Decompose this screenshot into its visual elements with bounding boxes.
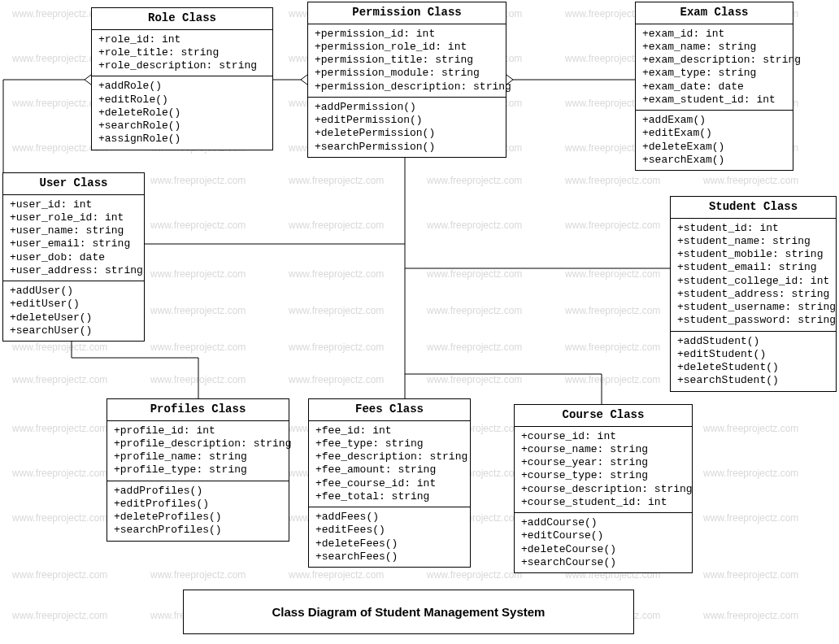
class-member: +user_id: int <box>10 198 137 211</box>
class-member: +deletePermission() <box>315 127 499 140</box>
class-member: +role_id: int <box>98 33 266 46</box>
methods-section: +addPermission()+editPermission()+delete… <box>308 98 506 157</box>
class-member: +deleteProfiles() <box>114 511 282 524</box>
class-header: Student Class <box>671 197 836 219</box>
class-member: +addRole() <box>98 80 266 93</box>
class-member: +user_address: string <box>10 264 137 277</box>
class-member: +fee_description: string <box>315 450 463 463</box>
methods-section: +addFees()+editFees()+deleteFees()+searc… <box>309 507 470 567</box>
attrs-section: +role_id: int+role_title: string+role_de… <box>92 30 272 77</box>
class-member: +editFees() <box>315 524 463 537</box>
class-member: +permission_id: int <box>315 28 499 41</box>
class-member: +exam_student_id: int <box>642 94 786 107</box>
class-member: +student_college_id: int <box>677 275 829 288</box>
methods-section: +addExam()+editExam()+deleteExam()+searc… <box>636 111 793 170</box>
class-member: +role_description: string <box>98 59 266 72</box>
class-member: +addFees() <box>315 511 463 524</box>
class-member: +searchProfiles() <box>114 524 282 537</box>
class-box-fees: Fees Class +fee_id: int+fee_type: string… <box>308 398 471 568</box>
class-member: +addPermission() <box>315 101 499 114</box>
class-member: +searchExam() <box>642 154 786 167</box>
class-box-profiles: Profiles Class +profile_id: int+profile_… <box>107 398 289 542</box>
class-member: +user_name: string <box>10 224 137 237</box>
class-member: +course_name: string <box>521 443 685 456</box>
class-member: +course_description: string <box>521 483 685 496</box>
attrs-section: +exam_id: int+exam_name: string+exam_des… <box>636 24 793 111</box>
class-member: +exam_description: string <box>642 54 786 67</box>
class-member: +editPermission() <box>315 114 499 127</box>
class-box-student: Student Class +student_id: int+student_n… <box>670 196 837 392</box>
class-member: +student_username: string <box>677 301 829 314</box>
class-member: +role_title: string <box>98 46 266 59</box>
class-member: +exam_date: date <box>642 80 786 94</box>
class-member: +fee_id: int <box>315 424 463 437</box>
class-member: +addStudent() <box>677 335 829 348</box>
class-member: +searchFees() <box>315 550 463 564</box>
attrs-section: +profile_id: int+profile_description: st… <box>107 421 289 481</box>
class-box-permission: Permission Class +permission_id: int+per… <box>307 2 506 158</box>
class-member: +permission_module: string <box>315 67 499 80</box>
methods-section: +addUser()+editUser()+deleteUser()+searc… <box>3 281 144 341</box>
class-member: +searchStudent() <box>677 374 829 387</box>
class-member: +deleteCourse() <box>521 543 685 556</box>
class-member: +student_email: string <box>677 261 829 274</box>
class-header: Role Class <box>92 8 272 30</box>
class-member: +editCourse() <box>521 529 685 542</box>
class-member: +profile_name: string <box>114 450 282 463</box>
class-member: +fee_type: string <box>315 437 463 450</box>
class-header: Fees Class <box>309 399 470 421</box>
class-member: +student_password: string <box>677 314 829 327</box>
class-header: Permission Class <box>308 2 506 24</box>
class-member: +student_id: int <box>677 222 829 235</box>
class-member: +deleteStudent() <box>677 361 829 374</box>
class-member: +student_address: string <box>677 288 829 301</box>
class-member: +profile_type: string <box>114 463 282 476</box>
class-member: +exam_type: string <box>642 67 786 80</box>
class-member: +deleteExam() <box>642 141 786 154</box>
class-member: +searchPermission() <box>315 141 499 154</box>
class-member: +fee_amount: string <box>315 463 463 476</box>
class-member: +addCourse() <box>521 516 685 529</box>
class-member: +user_dob: date <box>10 251 137 264</box>
class-member: +fee_course_id: int <box>315 477 463 490</box>
class-member: +permission_description: string <box>315 80 499 94</box>
class-box-exam: Exam Class +exam_id: int+exam_name: stri… <box>635 2 793 171</box>
class-header: User Class <box>3 173 144 195</box>
attrs-section: +course_id: int+course_name: string+cour… <box>515 427 692 514</box>
diagram-title: Class Diagram of Student Management Syst… <box>183 590 634 634</box>
class-member: +addUser() <box>10 285 137 298</box>
class-member: +student_name: string <box>677 235 829 248</box>
class-member: +permission_title: string <box>315 54 499 67</box>
class-member: +fee_total: string <box>315 490 463 503</box>
class-member: +profile_id: int <box>114 424 282 437</box>
class-member: +editExam() <box>642 127 786 140</box>
class-member: +assignRole() <box>98 133 266 146</box>
class-member: +deleteUser() <box>10 311 137 324</box>
class-member: +course_type: string <box>521 469 685 482</box>
class-member: +deleteFees() <box>315 537 463 550</box>
methods-section: +addRole()+editRole()+deleteRole()+searc… <box>92 76 272 149</box>
class-box-user: User Class +user_id: int+user_role_id: i… <box>2 172 145 342</box>
class-member: +searchUser() <box>10 324 137 337</box>
class-member: +profile_description: string <box>114 437 282 450</box>
class-header: Exam Class <box>636 2 793 24</box>
class-member: +course_id: int <box>521 430 685 443</box>
attrs-section: +student_id: int+student_name: string+st… <box>671 219 836 332</box>
attrs-section: +fee_id: int+fee_type: string+fee_descri… <box>309 421 470 508</box>
attrs-section: +permission_id: int+permission_role_id: … <box>308 24 506 98</box>
class-member: +searchCourse() <box>521 556 685 569</box>
methods-section: +addCourse()+editCourse()+deleteCourse()… <box>515 513 692 572</box>
class-member: +addProfiles() <box>114 485 282 498</box>
methods-section: +addStudent()+editStudent()+deleteStuden… <box>671 332 836 391</box>
class-member: +user_email: string <box>10 237 137 250</box>
class-box-role: Role Class +role_id: int+role_title: str… <box>91 7 273 150</box>
class-member: +exam_id: int <box>642 28 786 41</box>
class-member: +student_mobile: string <box>677 248 829 261</box>
class-member: +course_year: string <box>521 456 685 469</box>
attrs-section: +user_id: int+user_role_id: int+user_nam… <box>3 195 144 282</box>
class-member: +editUser() <box>10 298 137 311</box>
class-member: +exam_name: string <box>642 41 786 54</box>
class-member: +deleteRole() <box>98 107 266 120</box>
class-header: Course Class <box>515 405 692 427</box>
class-member: +searchRole() <box>98 120 266 133</box>
